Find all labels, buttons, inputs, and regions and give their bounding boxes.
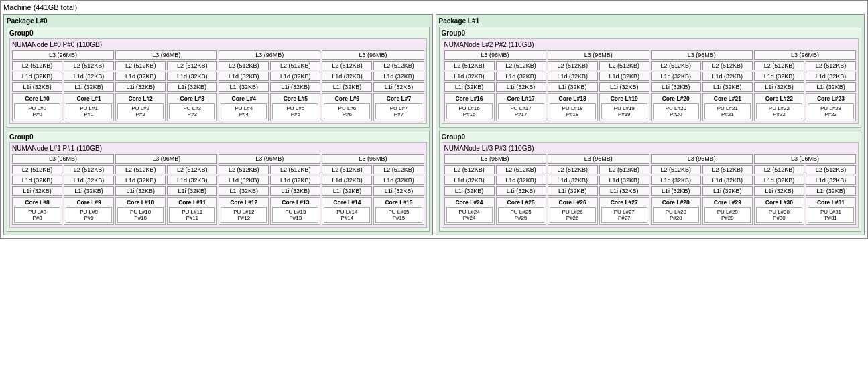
core-box: Core L#8PU L#8 P#8	[12, 197, 62, 225]
pu-box: PU L#3 P#3	[169, 103, 215, 119]
l1d-cache: L1d (32KB)	[167, 72, 217, 81]
pu-box: PU L#5 P#5	[272, 103, 318, 119]
l3-cache: L3 (96MB)	[219, 50, 320, 60]
numa-title: NUMANode L#1 P#1 (110GB)	[12, 145, 424, 152]
package: Package L#1Group0NUMANode L#2 P#2 (110GB…	[436, 14, 865, 235]
l1i-cache: L1i (32KB)	[64, 186, 114, 196]
l2-cache: L2 (512KB)	[219, 61, 269, 70]
pu-box: PU L#30 P#30	[756, 207, 802, 223]
l3-cache: L3 (96MB)	[115, 50, 217, 60]
core-label: Core L#26	[550, 199, 596, 206]
l1d-cache: L1d (32KB)	[219, 176, 269, 185]
l1d-cache: L1d (32KB)	[373, 72, 424, 81]
pu-box: PU L#23 P#23	[808, 103, 854, 119]
l1i-cache: L1i (32KB)	[270, 82, 320, 92]
group-title: Group0	[442, 133, 859, 141]
core-label: Core L#10	[117, 199, 164, 206]
groups-col: Group0NUMANode L#2 P#2 (110GB)L3 (96MB)L…	[439, 27, 862, 232]
l3-cache: L3 (96MB)	[115, 154, 217, 164]
l2-cache: L2 (512KB)	[806, 165, 856, 174]
l1i-cache: L1i (32KB)	[444, 82, 495, 92]
l1d-cache: L1d (32KB)	[444, 72, 495, 81]
core-label: Core L#1	[66, 95, 112, 102]
numa-title: NUMANode L#3 P#3 (110GB)	[444, 145, 857, 152]
l2-cache: L2 (512KB)	[219, 165, 269, 174]
core-box: Core L#20PU L#20 P#20	[651, 93, 701, 121]
core-label: Core L#13	[272, 199, 318, 206]
l1i-cache: L1i (32KB)	[651, 186, 701, 196]
pu-box: PU L#25 P#25	[498, 207, 544, 223]
core-label: Core L#17	[498, 95, 544, 102]
l1d-cache: L1d (32KB)	[599, 72, 649, 81]
l1d-cache: L1d (32KB)	[444, 176, 495, 185]
numa-node: NUMANode L#2 P#2 (110GB)L3 (96MB)L3 (96M…	[442, 38, 859, 124]
l1d-cache: L1d (32KB)	[322, 176, 372, 185]
core-box: Core L#7PU L#7 P#7	[373, 93, 424, 121]
l1d-cache: L1d (32KB)	[651, 176, 701, 185]
core-label: Core L#4	[221, 95, 267, 102]
groups-col: Group0NUMANode L#0 P#0 (110GB)L3 (96MB)L…	[7, 27, 430, 232]
numa-node: NUMANode L#0 P#0 (110GB)L3 (96MB)L3 (96M…	[9, 38, 427, 124]
l2-cache: L2 (512KB)	[496, 61, 546, 70]
l1d-cache: L1d (32KB)	[219, 72, 269, 81]
l1i-cache: L1i (32KB)	[167, 82, 217, 92]
pu-box: PU L#12 P#12	[221, 207, 267, 223]
l1i-cache: L1i (32KB)	[496, 186, 546, 196]
l1i-cache: L1i (32KB)	[754, 186, 804, 196]
l1i-cache: L1i (32KB)	[219, 82, 269, 92]
l1i-cache: L1i (32KB)	[115, 186, 166, 196]
core-label: Core L#27	[601, 199, 647, 206]
l1d-cache: L1d (32KB)	[270, 176, 320, 185]
pu-box: PU L#13 P#13	[272, 207, 318, 223]
l3-cache: L3 (96MB)	[12, 154, 114, 164]
l2-cache: L2 (512KB)	[167, 61, 217, 70]
pu-box: PU L#10 P#10	[117, 207, 164, 223]
core-box: Core L#12PU L#12 P#12	[219, 197, 269, 225]
pu-box: PU L#0 P#0	[14, 103, 60, 119]
l2-cache: L2 (512KB)	[373, 61, 424, 70]
core-label: Core L#16	[446, 95, 493, 102]
l1d-cache: L1d (32KB)	[806, 176, 856, 185]
l1d-cache: L1d (32KB)	[270, 72, 320, 81]
core-box: Core L#4PU L#4 P#4	[219, 93, 269, 121]
l1i-cache: L1i (32KB)	[12, 82, 62, 92]
l2-cache: L2 (512KB)	[806, 61, 856, 70]
core-box: Core L#16PU L#16 P#16	[444, 93, 495, 121]
l1i-cache: L1i (32KB)	[373, 82, 424, 92]
pu-box: PU L#6 P#6	[324, 103, 370, 119]
l2-cache: L2 (512KB)	[64, 61, 114, 70]
core-box: Core L#17PU L#17 P#17	[496, 93, 546, 121]
machine: Machine (441GB total) Package L#0Group0N…	[0, 0, 868, 239]
l2-cache: L2 (512KB)	[754, 165, 804, 174]
group: Group0NUMANode L#3 P#3 (110GB)L3 (96MB)L…	[439, 131, 862, 232]
l2-cache: L2 (512KB)	[651, 165, 701, 174]
core-label: Core L#3	[169, 95, 215, 102]
package: Package L#0Group0NUMANode L#0 P#0 (110GB…	[3, 14, 433, 235]
l2-cache: L2 (512KB)	[12, 165, 62, 174]
core-label: Core L#23	[808, 95, 854, 102]
pu-box: PU L#24 P#24	[446, 207, 493, 223]
core-label: Core L#25	[498, 199, 544, 206]
core-box: Core L#0PU L#0 P#0	[12, 93, 62, 121]
core-label: Core L#24	[446, 199, 493, 206]
l1i-cache: L1i (32KB)	[322, 186, 372, 196]
l1d-cache: L1d (32KB)	[167, 176, 217, 185]
l2-cache: L2 (512KB)	[115, 165, 166, 174]
l1i-cache: L1i (32KB)	[496, 82, 546, 92]
group-title: Group0	[9, 29, 427, 37]
core-label: Core L#0	[14, 95, 60, 102]
l3-cache: L3 (96MB)	[754, 50, 856, 60]
core-box: Core L#25PU L#25 P#25	[496, 197, 546, 225]
l2-cache: L2 (512KB)	[548, 61, 598, 70]
core-label: Core L#14	[324, 199, 370, 206]
l1d-cache: L1d (32KB)	[12, 72, 62, 81]
pu-box: PU L#7 P#7	[375, 103, 422, 119]
pu-box: PU L#1 P#1	[66, 103, 112, 119]
l2-cache: L2 (512KB)	[702, 61, 753, 70]
pu-box: PU L#14 P#14	[324, 207, 370, 223]
core-box: Core L#18PU L#18 P#18	[548, 93, 598, 121]
numa-title: NUMANode L#0 P#0 (110GB)	[12, 41, 424, 48]
l1i-cache: L1i (32KB)	[806, 186, 856, 196]
pu-box: PU L#27 P#27	[601, 207, 647, 223]
core-box: Core L#11PU L#11 P#11	[167, 197, 217, 225]
